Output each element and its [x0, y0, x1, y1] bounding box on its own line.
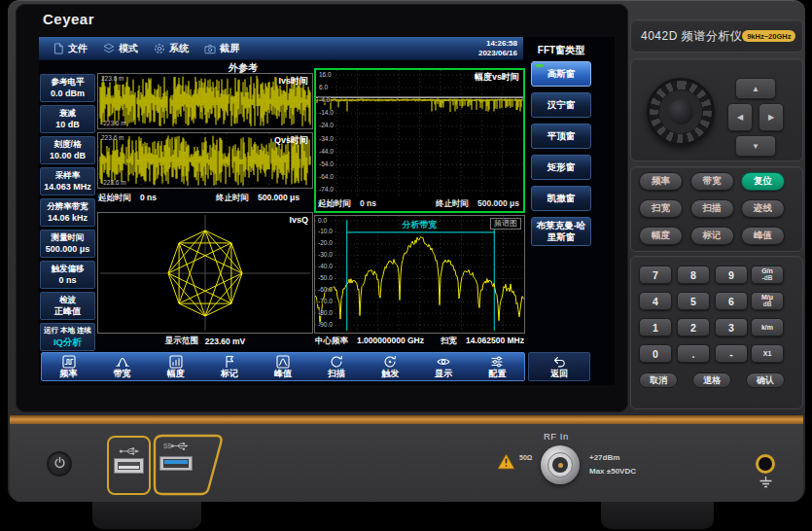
function-key[interactable]: 幅度 — [639, 227, 683, 245]
display-range-value: 223.60 mV — [205, 336, 246, 346]
menu-item[interactable]: 截屏 — [201, 42, 242, 55]
fft-window-button[interactable]: 布莱克曼-哈里斯窗 — [531, 217, 591, 246]
sweep-icon — [330, 355, 343, 369]
rotary-knob[interactable] — [647, 78, 715, 146]
action-keys: 取消退格确认 — [639, 372, 785, 388]
file-icon — [53, 43, 64, 54]
toolbar-item[interactable]: 触发 — [381, 355, 399, 378]
arrow-left-key[interactable]: ◀ — [727, 103, 753, 131]
sidebar-param[interactable]: 参考电平 0.0 dBm — [40, 74, 95, 102]
fft-panel-title: FFT窗类型 — [531, 44, 591, 57]
menu-item[interactable]: 系统 — [151, 42, 192, 55]
sidebar-param[interactable]: 衰减 10 dB — [40, 105, 95, 133]
menu-item[interactable]: 模式 — [100, 42, 141, 55]
fft-window-button[interactable]: 平顶窗 — [531, 124, 591, 149]
unit-key[interactable]: X1 — [751, 344, 784, 363]
numpad-key[interactable]: 0 — [639, 344, 672, 363]
numpad-key[interactable]: 4 — [639, 292, 672, 310]
action-key[interactable]: 取消 — [639, 372, 678, 388]
fft-window-button[interactable]: 凯撒窗 — [531, 186, 591, 211]
q-chart-title: Qvs时间 — [274, 136, 308, 145]
brand-logo: Ceyear — [43, 11, 94, 27]
numpad-key[interactable]: 7 — [639, 266, 672, 284]
sidebar-param[interactable]: 测量时间 500.000 μs — [40, 230, 95, 258]
function-key[interactable]: 扫宽 — [639, 199, 683, 218]
system-icon — [154, 43, 165, 54]
amp-chart-title: 幅度vs时间 — [475, 73, 519, 82]
iq-display-range-footer: 显示范围 223.60 mV — [97, 336, 313, 347]
sidebar-param[interactable]: 运行 本地 连续 IQ分析 — [40, 323, 95, 351]
display-icon — [437, 355, 450, 369]
amp-stop-time-value: 500.000 μs — [477, 198, 519, 210]
numpad-key[interactable]: 1 — [639, 318, 672, 336]
ground-icon — [759, 476, 773, 493]
numpad-key[interactable]: . — [677, 344, 710, 363]
power-button[interactable] — [47, 451, 72, 477]
function-key[interactable]: 峰值 — [741, 227, 785, 245]
amp-start-time-label: 起始时间 — [318, 198, 351, 210]
model-name: 4042D 频谱分析仪 — [641, 28, 742, 45]
action-key[interactable]: 确认 — [746, 372, 785, 388]
function-key[interactable]: 带宽 — [690, 172, 734, 191]
numpad-key[interactable]: 5 — [677, 292, 710, 310]
toolbar-back-button[interactable]: 返回 — [528, 352, 590, 381]
toolbar-item[interactable]: 频率 — [60, 355, 78, 378]
sidebar-param[interactable]: 检波 正峰值 — [40, 292, 95, 320]
start-time-value: 0 ns — [140, 193, 157, 204]
toolbar-item[interactable]: 配置 — [488, 355, 506, 378]
i-chart-ymax-label: 223.6 m — [101, 76, 124, 83]
function-key[interactable]: 标记 — [690, 227, 734, 245]
peak-icon — [276, 355, 290, 369]
fft-window-button[interactable]: 矩形窗 — [531, 155, 591, 180]
arrow-down-key[interactable]: ▼ — [735, 135, 776, 157]
warning-icon — [497, 453, 515, 474]
unit-key[interactable]: k/m — [751, 318, 784, 336]
bandwidth-icon — [116, 355, 129, 369]
toolbar-item[interactable]: 带宽 — [114, 355, 131, 378]
numpad-key[interactable]: 2 — [677, 318, 710, 336]
toolbar-item[interactable]: 显示 — [435, 355, 452, 378]
toolbar-item[interactable]: 扫描 — [328, 355, 345, 378]
back-icon — [552, 355, 566, 369]
back-label: 返回 — [550, 370, 568, 378]
chart-i-vs-time: 223.6 m -223.6 m Ivs时间 — [97, 73, 313, 129]
numpad-key[interactable]: 6 — [715, 292, 748, 310]
fft-window-button[interactable]: 汉宁窗 — [531, 92, 591, 118]
arrow-right-key[interactable]: ▶ — [759, 103, 784, 131]
amp-plot: 16.06.0-4.0-14.0-24.0-34.0-44.0-54.0-64.… — [316, 70, 523, 196]
function-key[interactable]: 频率 — [639, 172, 683, 191]
fft-window-button[interactable]: 高斯窗 — [531, 61, 591, 87]
numpad-key[interactable]: 3 — [715, 318, 748, 336]
sidebar-param[interactable]: 分辨率带宽 14.06 kHz — [40, 198, 95, 227]
sidebar-param[interactable]: 刻度/格 10.00 dB — [40, 136, 95, 164]
sidebar-param[interactable]: 采样率 14.063 MHz — [40, 167, 95, 195]
spectrum-svg — [315, 216, 524, 333]
function-key[interactable]: 迹线 — [741, 199, 785, 218]
amp-chart-svg — [316, 70, 523, 196]
numpad-key[interactable]: - — [715, 344, 748, 363]
ground-terminal — [756, 454, 775, 474]
toolbar-item[interactable]: 幅度 — [167, 355, 185, 378]
arrow-up-key[interactable]: ▲ — [735, 78, 776, 99]
sidebar-param[interactable]: 触发偏移 0 ns — [40, 261, 95, 289]
function-key[interactable]: 复位 — [741, 172, 785, 191]
function-key[interactable]: 扫描 — [690, 199, 734, 218]
unit-key[interactable]: M/μ dB — [751, 292, 784, 310]
display-range-label: 显示范围 — [165, 336, 198, 347]
toolbar-item[interactable]: 峰值 — [274, 355, 292, 378]
numpad-digits: 7894561230.- — [639, 266, 748, 363]
spectrum-chart-title: 频谱图 — [490, 218, 521, 230]
action-key[interactable]: 退格 — [692, 372, 731, 388]
rf-in-label: RF In — [544, 431, 569, 442]
config-icon — [490, 355, 504, 369]
function-keys: 频率带宽复位扫宽扫描迹线幅度标记峰值 — [639, 172, 785, 245]
span-value: 14.062500 MHz — [466, 336, 524, 347]
unit-key[interactable]: G/n -dB — [751, 266, 784, 284]
numpad-key[interactable]: 8 — [677, 266, 710, 284]
numpad-plate: 7894561230.- G/n -dB M/μ dB k/m X1 取消退格确… — [630, 256, 803, 409]
numpad-key[interactable]: 9 — [715, 266, 748, 284]
chart-i-vs-q: IvsQ — [97, 212, 313, 334]
usb2-frame — [107, 436, 151, 495]
toolbar-item[interactable]: 标记 — [221, 355, 238, 378]
menu-item[interactable]: 文件 — [51, 42, 90, 55]
